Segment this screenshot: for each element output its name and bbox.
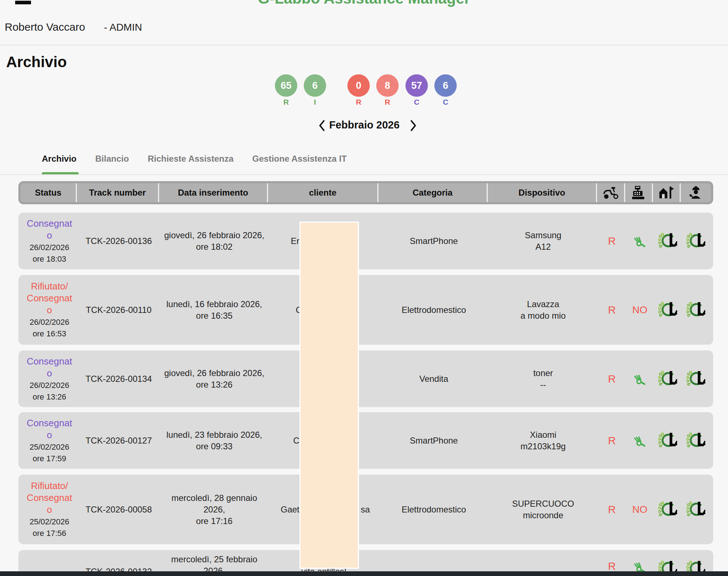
r-flag[interactable]: R [598,350,626,407]
table-row[interactable]: Rifiutato/ Consegnat o 25/02/2026 ore 17… [18,475,713,544]
status-date: 26/02/2026 [30,380,69,391]
stat-circle-r-eight: 8 [376,74,399,97]
status-text: Rifiutato/ Consegnat o [27,280,72,316]
insert-date: giovedì, 26 febbraio 2026, ore 13:26 [160,350,269,407]
app-title: G-Labbo Assistance Manager [0,0,728,6]
categoria-value: Elettrodomestico [379,475,488,544]
stat-circle-c-purple: 57 [405,74,428,97]
track-number: TCK-2026-00136 [78,213,160,269]
categoria-value: SmartPhone [379,412,488,469]
engineer-icon [681,183,711,202]
user-name-text: Roberto Vaccaro [5,21,85,33]
r-flag[interactable]: R [598,475,626,544]
insert-date: mercoledì, 28 gennaio 2026, ore 17:16 [160,475,269,544]
track-number: TCK-2026-00134 [78,350,160,407]
dispositivo-value: SUPERCUOCO microonde [488,475,598,544]
page-title: Archivio [6,53,67,71]
stat-circle-c-blue: 6 [434,74,457,97]
tab-richieste[interactable]: Richieste Assistenza [138,154,243,164]
insert-date: lunedì, 23 febbraio 2026, ore 09:33 [160,412,269,469]
no-flag[interactable]: NO [626,275,654,345]
status-time: ore 17:59 [33,453,66,464]
dispositivo-value: toner -- [488,350,598,407]
cash-register-icon [625,183,653,202]
status-text: Consegnat o [27,417,72,441]
status-text: Consegnat o [27,355,72,379]
col-header-track: Track number [77,183,159,202]
table-row[interactable]: Rifiutato/ Consegnat o 26/02/2026 ore 16… [18,275,713,345]
gl-logo-icon[interactable] [658,370,677,388]
gl-logo-icon[interactable] [687,301,705,319]
no-flag[interactable]: NO [626,475,654,544]
tab-bilancio[interactable]: Bilancio [86,154,138,164]
track-number: TCK-2026-00127 [78,412,160,469]
user-role: - ADMIN [104,22,142,33]
next-month-icon[interactable] [408,119,418,132]
gl-logo-icon[interactable] [658,232,677,250]
status-time: ore 13:26 [33,392,66,402]
header-divider [0,45,728,45]
status-time: ore 16:53 [33,328,66,339]
dispositivo-value: Xiaomi m2103k19g [488,412,598,469]
client-fragment: C [293,436,299,446]
gl-logo-icon[interactable] [658,301,677,319]
col-header-categoria: Categoria [378,183,488,202]
stat-circle-r-open: 65 [275,74,297,97]
gl-logo-icon[interactable] [687,432,705,449]
ok-hand-icon[interactable] [633,235,646,248]
status-time: ore 17:56 [33,528,66,539]
ok-hand-icon[interactable] [633,372,646,385]
stat-circle-i: 6 [304,74,326,97]
status-date: 25/02/2026 [30,516,69,527]
r-flag[interactable]: R [598,213,626,269]
tab-gestione-it[interactable]: Gestione Assistenza IT [243,154,356,164]
ok-hand-icon[interactable] [633,434,646,447]
stat-label: R [347,98,370,106]
archive-page: G-Labbo Assistance Manager Roberto Vacca… [0,0,728,576]
gl-logo-icon[interactable] [687,501,705,518]
stat-label: R [275,98,297,106]
privacy-redaction-overlay [299,222,359,569]
categoria-value: Elettrodomestico [379,275,488,345]
r-flag[interactable]: R [598,275,626,345]
status-text: Rifiutato/ Consegnat o [27,480,72,516]
table-row[interactable]: Consegnat o 26/02/2026 ore 18:03 TCK-202… [18,213,713,269]
status-date: 26/02/2026 [30,317,69,328]
gl-logo-icon[interactable] [658,432,677,449]
tab-archivio[interactable]: Archivio [32,154,86,164]
stat-label: R [376,98,399,106]
client-fragment: Gaet [281,505,299,515]
house-flag-icon [653,183,681,202]
col-header-cliente: cliente [268,183,378,202]
status-text: Consegnat o [27,218,72,241]
stat-circle-r-zero: 0 [347,74,370,97]
dispositivo-value: Lavazza a modo mio [488,275,598,345]
gl-logo-icon[interactable] [687,370,705,388]
track-number: TCK-2026-00110 [78,275,160,345]
dispositivo-value: Samsung A12 [488,213,598,269]
user-name: Roberto Vaccaro- ADMIN [5,21,142,33]
stat-label: I [304,98,326,106]
tab-bar: Archivio Bilancio Richieste Assistenza G… [32,154,356,164]
insert-date: lunedì, 16 febbraio 2026, ore 16:35 [160,275,269,345]
categoria-value: Vendita [379,350,488,407]
status-date: 25/02/2026 [30,442,69,453]
month-label: Febbraio 2026 [310,119,418,131]
tabs-divider [0,174,728,175]
gl-logo-icon[interactable] [687,232,705,250]
r-flag[interactable]: R [598,412,626,469]
table-row[interactable]: Consegnat o 26/02/2026 ore 13:26 TCK-202… [18,350,713,407]
bottom-bar [0,571,728,576]
stat-label: C [434,98,457,106]
col-header-data: Data inserimento [159,183,268,202]
status-time: ore 18:03 [33,254,66,265]
col-header-status: Status [21,183,77,202]
table-row[interactable]: Consegnat o 25/02/2026 ore 17:59 TCK-202… [18,412,713,469]
stat-label: C [405,98,428,106]
status-date: 26/02/2026 [30,242,69,253]
gl-logo-icon[interactable] [658,501,677,518]
track-number: TCK-2026-00058 [78,475,160,544]
table-header: Status Track number Data inserimento cli… [18,181,713,204]
client-fragment: Er [291,236,299,246]
col-header-dispositivo: Dispositivo [488,183,597,202]
